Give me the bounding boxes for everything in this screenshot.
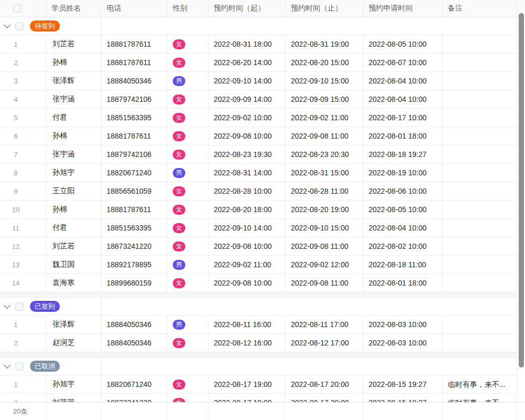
row-index: 5 bbox=[12, 114, 20, 122]
start-time-cell: 2022-08-20 18:00 bbox=[208, 201, 286, 219]
table-row: 14袁海寒18899680159女2022-09-08 10:002022-09… bbox=[0, 274, 517, 292]
apply-time-cell: 2022-08-05 10:00 bbox=[363, 35, 443, 54]
remark-cell bbox=[443, 201, 517, 219]
remark-cell bbox=[443, 72, 517, 90]
gender-cell: 女 bbox=[167, 237, 208, 256]
col-header-start-time: 预约时间（起） bbox=[208, 0, 286, 17]
row-index-cell: 10 bbox=[0, 201, 46, 219]
apply-time-cell: 2022-08-01 18:00 bbox=[363, 127, 443, 145]
end-time-cell: 2022-09-09 15:00 bbox=[286, 90, 363, 109]
row-index-cell: 7 bbox=[0, 145, 46, 164]
table-footer-row: 20条 bbox=[0, 402, 525, 420]
remark-cell bbox=[443, 274, 517, 292]
group-header-cell: 已取消 bbox=[0, 358, 101, 375]
remark-cell bbox=[443, 90, 517, 109]
row-index: 3 bbox=[12, 77, 20, 85]
student-name-cell: 孙旭宇 bbox=[46, 164, 101, 182]
row-index: 1 bbox=[12, 40, 20, 48]
row-index: 13 bbox=[12, 261, 20, 269]
group-header-filler bbox=[101, 358, 517, 375]
collapse-chevron-icon[interactable] bbox=[4, 362, 10, 369]
row-index: 4 bbox=[12, 96, 20, 103]
select-all-checkbox[interactable] bbox=[13, 4, 22, 13]
group-select-checkbox[interactable] bbox=[15, 22, 24, 30]
gender-cell: 女 bbox=[167, 109, 208, 127]
remark-cell bbox=[443, 164, 517, 182]
gender-badge: 女 bbox=[173, 242, 185, 251]
footer-total-cell: 20条 bbox=[0, 403, 46, 420]
end-time-cell: 2022-09-08 11:00 bbox=[286, 237, 363, 256]
end-time-cell: 2022-08-12 17:00 bbox=[286, 334, 363, 352]
row-index: 12 bbox=[12, 243, 20, 250]
gender-cell: 女 bbox=[167, 394, 208, 402]
group-select-checkbox[interactable] bbox=[15, 302, 24, 311]
phone-cell: 18881787611 bbox=[101, 54, 167, 72]
gender-badge: 男 bbox=[173, 168, 185, 178]
end-time-cell: 2022-08-20 19:00 bbox=[286, 201, 363, 219]
apply-time-cell: 2022-08-06 10:00 bbox=[363, 182, 443, 201]
start-time-cell: 2022-09-02 11:00 bbox=[208, 256, 286, 274]
phone-cell: 18884050346 bbox=[101, 334, 167, 352]
row-index: 11 bbox=[12, 224, 20, 232]
end-time-cell: 2022-08-31 15:00 bbox=[286, 164, 363, 182]
phone-cell: 18851563395 bbox=[101, 109, 167, 127]
col-header-gender: 性别 bbox=[167, 0, 208, 17]
table-row: 6孙棉18881787611女2022-09-08 10:002022-09-0… bbox=[0, 127, 517, 145]
col-header-remark: 备注 bbox=[443, 0, 517, 17]
student-name-cell: 张宇涵 bbox=[46, 145, 101, 164]
table-row: 10孙棉18881787611女2022-08-20 18:002022-08-… bbox=[0, 201, 517, 219]
gender-cell: 女 bbox=[167, 334, 208, 352]
gender-cell: 女 bbox=[167, 201, 208, 219]
row-index: 2 bbox=[12, 399, 20, 403]
row-index: 2 bbox=[12, 59, 20, 67]
row-index: 6 bbox=[12, 132, 20, 140]
end-time-cell: 2022-08-17 20:00 bbox=[286, 394, 363, 402]
row-index-cell: 5 bbox=[0, 109, 46, 127]
student-name-cell: 付君 bbox=[46, 219, 101, 237]
collapse-chevron-icon[interactable] bbox=[4, 302, 10, 309]
row-index-cell: 11 bbox=[0, 219, 46, 237]
phone-cell: 18873241220 bbox=[101, 394, 167, 402]
phone-cell: 18820671240 bbox=[101, 164, 167, 182]
gender-cell: 男 bbox=[167, 72, 208, 90]
vertical-scrollbar-thumb[interactable] bbox=[519, 13, 524, 368]
start-time-cell: 2022-09-10 14:00 bbox=[208, 219, 286, 237]
start-time-cell: 2022-08-31 18:00 bbox=[208, 35, 286, 54]
gender-badge: 女 bbox=[173, 278, 185, 288]
phone-cell: 18881787611 bbox=[101, 35, 167, 54]
gender-cell: 女 bbox=[167, 127, 208, 145]
group-status-badge: 已取消 bbox=[30, 361, 60, 372]
gender-badge: 女 bbox=[173, 150, 185, 160]
appointment-table-page: 学员姓名 电话 性别 预约时间（起） 预约时间（止） 预约申请时间 备注 待签到… bbox=[0, 0, 525, 420]
table-row: 1张泽辉18884050346男2022-08-11 16:002022-08-… bbox=[0, 316, 517, 334]
group-header-cell: 待签到 bbox=[0, 17, 101, 35]
end-time-cell: 2022-09-10 15:00 bbox=[286, 72, 363, 90]
collapse-chevron-icon[interactable] bbox=[4, 22, 10, 28]
apply-time-cell: 2022-08-17 10:00 bbox=[363, 109, 443, 127]
gender-badge: 男 bbox=[173, 260, 185, 270]
group-header-filler bbox=[101, 298, 517, 316]
table-row: 12刘芷若18873241220女2022-09-08 10:002022-09… bbox=[0, 237, 517, 256]
start-time-cell: 2022-09-08 10:00 bbox=[208, 237, 286, 256]
col-header-phone: 电话 bbox=[101, 0, 167, 17]
row-index: 8 bbox=[12, 169, 20, 177]
phone-cell: 18884050346 bbox=[101, 316, 167, 334]
end-time-cell: 2022-08-28 11:00 bbox=[286, 182, 363, 201]
gender-cell: 女 bbox=[167, 145, 208, 164]
start-time-cell: 2022-08-20 14:00 bbox=[208, 54, 286, 72]
gender-badge: 女 bbox=[173, 39, 185, 49]
apply-time-cell: 2022-08-04 10:00 bbox=[363, 72, 443, 90]
row-index-cell: 13 bbox=[0, 256, 46, 274]
gender-cell: 女 bbox=[167, 90, 208, 109]
apply-time-cell: 2022-08-04 10:00 bbox=[363, 90, 443, 109]
phone-cell: 18884050346 bbox=[101, 72, 167, 90]
end-time-cell: 2022-09-10 15:00 bbox=[286, 219, 363, 237]
apply-time-cell: 2022-08-03 10:00 bbox=[363, 334, 443, 352]
apply-time-cell: 2022-08-15 19:27 bbox=[363, 375, 443, 394]
group-select-checkbox[interactable] bbox=[15, 362, 24, 371]
start-time-cell: 2022-09-10 14:00 bbox=[208, 72, 286, 90]
row-index: 10 bbox=[12, 206, 20, 214]
remark-cell bbox=[443, 237, 517, 256]
end-time-cell: 2022-08-17 20:00 bbox=[286, 375, 363, 394]
phone-cell: 18879742106 bbox=[101, 90, 167, 109]
